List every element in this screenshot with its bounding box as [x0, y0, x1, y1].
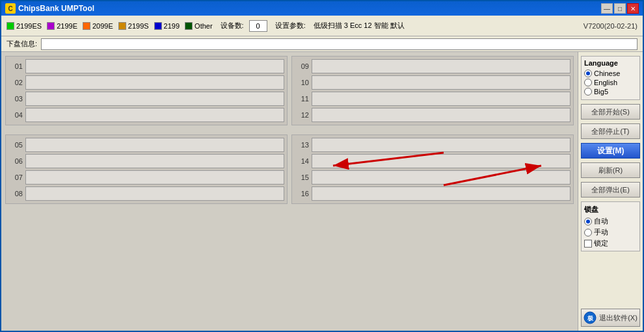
lock-checkbox-item[interactable]: 锁定: [584, 238, 637, 248]
status-bar: 下盘信息:: [1, 36, 643, 52]
radio-manual[interactable]: 手动: [584, 227, 637, 237]
radio-circle-chinese: [584, 70, 592, 77]
svg-text:极: 极: [587, 315, 594, 322]
legend-other: Other: [185, 22, 213, 30]
slot-row-15: 15: [295, 170, 570, 185]
lock-section: 锁盘 自动 手动 锁定: [581, 201, 640, 251]
device-count-label: 设备数:: [221, 21, 244, 31]
slot-row-11: 11: [295, 92, 570, 106]
window-title: ChipsBank UMPTool: [18, 4, 94, 13]
close-button[interactable]: ✕: [627, 3, 639, 14]
radio-chinese[interactable]: Chinese: [584, 70, 637, 77]
slot-bar-04[interactable]: [25, 108, 284, 122]
slot-number-06: 06: [8, 157, 23, 165]
slot-bar-15[interactable]: [312, 170, 570, 185]
slot-bar-05[interactable]: [25, 138, 284, 152]
slot-bar-02[interactable]: [25, 75, 284, 90]
slot-row-13: 13: [295, 138, 570, 152]
legend-2199e: 2199E: [47, 22, 77, 30]
slot-bar-06[interactable]: [25, 154, 284, 168]
slot-row-05: 05: [8, 138, 284, 152]
slot-bar-07[interactable]: [25, 170, 284, 185]
radio-label-english: English: [594, 79, 617, 86]
slot-number-02: 02: [8, 79, 23, 86]
slot-bar-13[interactable]: [312, 138, 570, 152]
slot-bar-10[interactable]: [312, 75, 570, 90]
slot-bar-12[interactable]: [312, 108, 570, 122]
start-all-button[interactable]: 全部开始(S): [581, 104, 640, 120]
radio-circle-english: [584, 79, 592, 86]
right-panel: Language Chinese English Big5 全部开始(S) 全部…: [578, 52, 643, 331]
slot-row-08: 08: [8, 186, 284, 201]
window-controls: — □ ✕: [601, 3, 639, 14]
legend-2099e: 2099E: [83, 22, 113, 30]
radio-circle-manual: [584, 229, 592, 236]
exit-button[interactable]: 极 退出软件(X): [581, 309, 640, 327]
legend-color-2199s: [118, 22, 126, 30]
slot-group-1-4: 01 02 03 04: [5, 56, 288, 125]
slot-bar-03[interactable]: [25, 92, 284, 106]
exit-label: 退出软件(X): [599, 313, 637, 323]
legend-color-2199: [154, 22, 162, 30]
slots-area: 01 02 03 04: [1, 52, 578, 331]
radio-label-big5: Big5: [594, 88, 608, 96]
radio-label-chinese: Chinese: [594, 70, 620, 77]
slot-bar-08[interactable]: [25, 186, 284, 201]
slot-row-07: 07: [8, 170, 284, 185]
slot-row-09: 09: [295, 59, 570, 73]
slot-row-01: 01: [8, 59, 284, 73]
legend-label-2099e: 2099E: [92, 22, 113, 30]
radio-big5[interactable]: Big5: [584, 88, 637, 96]
device-count-input[interactable]: [249, 20, 267, 32]
legend-label-2199: 2199: [164, 22, 180, 30]
legend-color-2099e: [83, 22, 90, 30]
stop-all-button[interactable]: 全部停止(T): [581, 123, 640, 139]
slot-bar-14[interactable]: [312, 154, 570, 168]
lock-title: 锁盘: [584, 205, 637, 214]
legend-2199: 2199: [154, 22, 180, 30]
settings-button[interactable]: 设置(M): [581, 143, 640, 159]
slot-number-01: 01: [8, 62, 23, 70]
refresh-button[interactable]: 刷新(R): [581, 162, 640, 178]
slot-number-14: 14: [295, 157, 309, 165]
lock-checkbox[interactable]: [584, 240, 592, 248]
maximize-button[interactable]: □: [614, 3, 626, 14]
radio-english[interactable]: English: [584, 79, 637, 86]
legend-label-2199s: 2199S: [128, 22, 149, 30]
legend-color-2199e: [47, 22, 55, 30]
slot-bar-01[interactable]: [25, 59, 284, 73]
title-bar: C ChipsBank UMPTool — □ ✕: [1, 1, 643, 16]
slot-number-05: 05: [8, 141, 23, 149]
slot-number-13: 13: [295, 141, 309, 149]
toolbar: 2199ES 2199E 2099E 2199S 2199 Other 设备数:…: [1, 16, 643, 36]
radio-auto[interactable]: 自动: [584, 216, 637, 226]
slot-number-04: 04: [8, 111, 23, 119]
slot-number-16: 16: [295, 190, 309, 198]
slot-bar-11[interactable]: [312, 92, 570, 106]
version-text: V7200(20-02-21): [584, 22, 637, 30]
status-input[interactable]: [41, 38, 637, 50]
radio-circle-big5: [584, 88, 592, 96]
minimize-button[interactable]: —: [601, 3, 613, 14]
legend-color-2199es: [7, 22, 14, 30]
slot-number-12: 12: [295, 111, 309, 119]
slot-group-13-16: 13 14 15 16: [291, 134, 574, 204]
slot-number-08: 08: [8, 190, 23, 198]
slot-bar-16[interactable]: [312, 186, 570, 201]
radio-label-auto: 自动: [594, 216, 608, 226]
radio-label-manual: 手动: [594, 227, 608, 237]
legend-color-other: [185, 22, 193, 30]
slot-row-02: 02: [8, 75, 284, 90]
slot-number-10: 10: [295, 79, 309, 86]
slot-row-06: 06: [8, 154, 284, 168]
lock-checkbox-label: 锁定: [594, 238, 608, 248]
eject-all-button[interactable]: 全部弹出(E): [581, 182, 640, 198]
slot-bar-09[interactable]: [312, 59, 570, 73]
slot-row-03: 03: [8, 92, 284, 106]
legend-label-2199es: 2199ES: [16, 22, 42, 30]
settings-value: 低级扫描 3 Ecc 12 智能 默认: [314, 21, 405, 31]
slot-number-15: 15: [295, 173, 309, 181]
legend-2199s: 2199S: [118, 22, 149, 30]
radio-circle-auto: [584, 218, 592, 225]
exit-icon: 极: [584, 311, 597, 324]
